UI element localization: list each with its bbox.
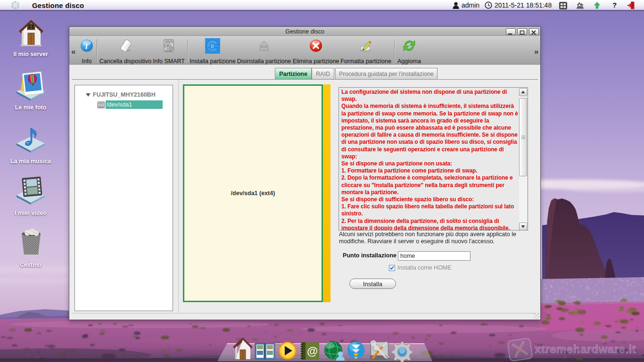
svg-text:xtremehardware.it: xtremehardware.it [535, 343, 636, 355]
svg-text:@: @ [307, 345, 318, 357]
svg-text:i: i [85, 42, 88, 51]
